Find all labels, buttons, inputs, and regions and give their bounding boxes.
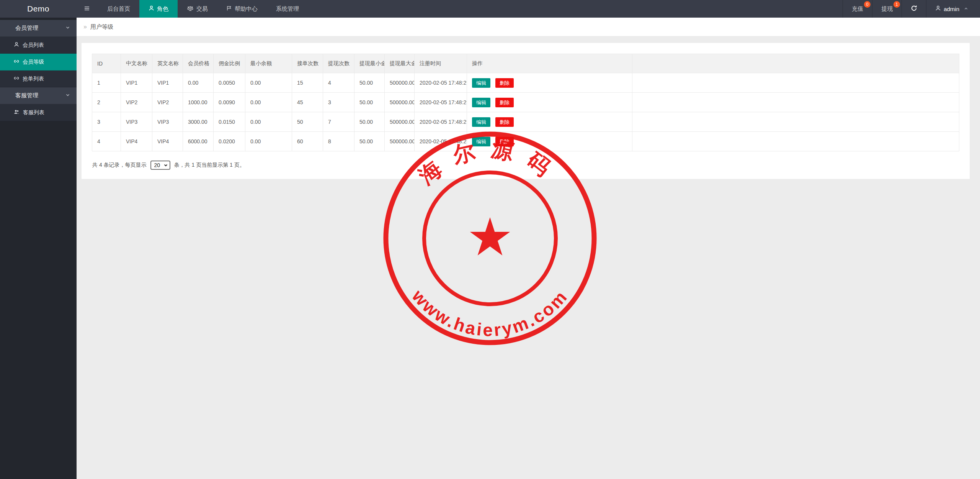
col-header-en-name: 英文名称: [152, 54, 183, 73]
person-icon: [149, 5, 154, 12]
chevron-down-icon: [65, 92, 70, 99]
user-menu[interactable]: admin: [926, 0, 980, 18]
table-cell: VIP4: [121, 132, 152, 151]
table-cell: 3000.00: [183, 112, 214, 132]
table-cell: 2020-02-05 17:48:29: [415, 73, 467, 93]
main-area: » 用户等级 ID 中文名称 英文名称 会员价格 佣金比例: [77, 18, 980, 479]
table-cell: 3: [323, 93, 354, 112]
navbar-right: 充值 0 提现 1 admin: [843, 0, 980, 18]
col-header-actions: 操作: [467, 54, 632, 73]
filler-cell: [632, 73, 959, 93]
table-cell: 7: [323, 112, 354, 132]
table-body: 1 VIP1 VIP1 0.00 0.0050 0.00 15 4 50.00 …: [92, 73, 959, 151]
table-cell: 500000.00: [385, 93, 415, 112]
sidebar-item-label: 会员列表: [23, 42, 44, 49]
delete-button[interactable]: 删除: [495, 137, 514, 146]
content-area: ID 中文名称 英文名称 会员价格 佣金比例 最小余额 接单次数 提现次数 提现…: [77, 36, 980, 179]
primary-nav: 后台首页 角色 交易 帮助中心 系统管理: [98, 0, 308, 18]
col-header-id: ID: [92, 54, 121, 73]
delete-button[interactable]: 删除: [495, 98, 514, 107]
sidebar-group-label: 客服管理: [15, 92, 38, 99]
nav-item-label: 后台首页: [107, 5, 130, 13]
col-header-withdraw-max: 提现最大金额: [385, 54, 415, 73]
breadcrumb: » 用户等级: [77, 18, 980, 36]
nav-item-label: 交易: [196, 5, 208, 13]
link-icon: [14, 59, 19, 65]
link-icon: [14, 75, 19, 82]
nav-item-roles[interactable]: 角色: [139, 0, 178, 18]
table-cell: 50.00: [354, 112, 385, 132]
table-cell: 0.0090: [214, 93, 245, 112]
refresh-button[interactable]: [902, 0, 926, 18]
col-header-withdraw-count: 提现次数: [323, 54, 354, 73]
sidebar-group-support[interactable]: 客服管理: [0, 87, 77, 104]
nav-item-home[interactable]: 后台首页: [98, 0, 139, 18]
table-cell: 2020-02-05 17:48:29: [415, 93, 467, 112]
edit-button[interactable]: 编辑: [472, 98, 490, 107]
withdraw-badge: 1: [893, 1, 900, 8]
table-cell: 0.0200: [214, 132, 245, 151]
sidebar-group-members[interactable]: 会员管理: [0, 20, 77, 37]
col-header-withdraw-min: 提现最小金额: [354, 54, 385, 73]
page-size-select[interactable]: 20: [150, 161, 170, 170]
refresh-icon: [911, 5, 917, 13]
table-cell: 0.0050: [214, 73, 245, 93]
flag-icon: [226, 5, 232, 12]
table-cell: 2020-02-05 17:48:29: [415, 112, 467, 132]
sidebar-item-label: 客服列表: [23, 109, 44, 116]
app-logo: Demo: [0, 0, 77, 18]
sidebar-group-label: 会员管理: [15, 25, 38, 32]
col-header-price: 会员价格: [183, 54, 214, 73]
withdraw-button[interactable]: 提现 1: [872, 0, 902, 18]
table-cell: 15: [292, 73, 323, 93]
hamburger-icon: [84, 5, 90, 13]
pagination: 共 4 条记录，每页显示 20 条，共 1 页当前显示第 1 页。: [92, 161, 959, 170]
nav-item-system[interactable]: 系统管理: [267, 0, 308, 18]
page-size-select-wrap: 20: [150, 161, 170, 170]
sidebar-item-label: 抢单列表: [23, 75, 44, 82]
sidebar-item-support-list[interactable]: 客服列表: [0, 104, 77, 121]
table-row: 1 VIP1 VIP1 0.00 0.0050 0.00 15 4 50.00 …: [92, 73, 959, 93]
sidebar: 会员管理 会员列表 会员等级 抢单列表 客服管理 客服列表: [0, 18, 77, 479]
actions-cell: 编辑 删除: [467, 132, 632, 151]
top-navbar: Demo 后台首页 角色 交易 帮助中心 系统管理: [0, 0, 980, 18]
table-cell: 500000.00: [385, 112, 415, 132]
table-cell: VIP2: [121, 93, 152, 112]
edit-button[interactable]: 编辑: [472, 117, 490, 127]
actions-cell: 编辑 删除: [467, 112, 632, 132]
table-cell: 8: [323, 132, 354, 151]
table-cell: 500000.00: [385, 132, 415, 151]
table-cell: 0.00: [183, 73, 214, 93]
table-header-row: ID 中文名称 英文名称 会员价格 佣金比例 最小余额 接单次数 提现次数 提现…: [92, 54, 959, 73]
recharge-button[interactable]: 充值 0: [843, 0, 872, 18]
menu-toggle-button[interactable]: [79, 0, 95, 18]
table-card: ID 中文名称 英文名称 会员价格 佣金比例 最小余额 接单次数 提现次数 提现…: [82, 43, 970, 179]
nav-item-label: 系统管理: [276, 5, 299, 13]
table-cell: 45: [292, 93, 323, 112]
table-cell: 2020-02-05 17:48:29: [415, 132, 467, 151]
edit-button[interactable]: 编辑: [472, 137, 490, 146]
col-header-commission: 佣金比例: [214, 54, 245, 73]
delete-button[interactable]: 删除: [495, 78, 514, 88]
edit-button[interactable]: 编辑: [472, 78, 490, 88]
table-cell: 60: [292, 132, 323, 151]
table-row: 4 VIP4 VIP4 6000.00 0.0200 0.00 60 8 50.…: [92, 132, 959, 151]
chevron-up-icon: [964, 6, 969, 12]
page-title: 用户等级: [90, 23, 113, 31]
nav-item-help[interactable]: 帮助中心: [217, 0, 267, 18]
table-cell: 0.00: [245, 112, 292, 132]
col-header-register-time: 注册时间: [415, 54, 467, 73]
filler-cell: [632, 132, 959, 151]
sidebar-item-order-grab-list[interactable]: 抢单列表: [0, 71, 77, 87]
table-cell: VIP4: [152, 132, 183, 151]
sidebar-item-member-level[interactable]: 会员等级: [0, 54, 77, 71]
table-cell: 0.00: [245, 93, 292, 112]
delete-button[interactable]: 删除: [495, 117, 514, 127]
table-cell: 3: [92, 112, 121, 132]
filler-cell: [632, 93, 959, 112]
nav-item-trade[interactable]: 交易: [178, 0, 217, 18]
withdraw-label: 提现: [881, 5, 893, 13]
table-cell: 0.00: [245, 73, 292, 93]
sidebar-item-member-list[interactable]: 会员列表: [0, 37, 77, 54]
table-cell: 4: [92, 132, 121, 151]
